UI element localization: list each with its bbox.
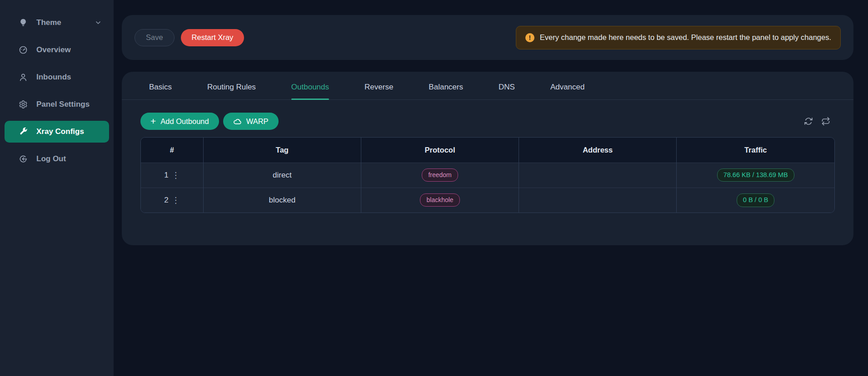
row-index: 1 — [164, 171, 168, 180]
chevron-down-icon — [95, 19, 102, 26]
col-header-protocol: Protocol — [361, 138, 519, 163]
sidebar-item-inbounds[interactable]: Inbounds — [5, 66, 109, 88]
sidebar-item-label: Overview — [36, 45, 71, 54]
refresh-icon[interactable] — [804, 117, 813, 126]
col-header-index: # — [141, 138, 203, 163]
sidebar-item-label: Inbounds — [36, 73, 71, 82]
save-button[interactable]: Save — [135, 29, 175, 46]
protocol-badge: blackhole — [420, 193, 459, 207]
user-icon — [18, 72, 28, 82]
col-header-address: Address — [519, 138, 677, 163]
protocol-badge: freedom — [422, 168, 458, 182]
row-menu-icon[interactable]: ⋮ — [172, 171, 180, 179]
tab-outbounds[interactable]: Outbounds — [291, 72, 329, 99]
sidebar-item-xray-configs[interactable]: Xray Configs — [5, 121, 109, 143]
logout-icon — [18, 154, 28, 164]
traffic-badge: 78.66 KB / 138.69 MB — [717, 168, 794, 182]
tab-routing-rules[interactable]: Routing Rules — [207, 72, 256, 99]
cloud-icon — [233, 117, 242, 126]
tab-dns[interactable]: DNS — [499, 72, 515, 99]
dashboard-icon — [18, 45, 28, 55]
sidebar-item-label: Theme — [36, 18, 61, 27]
row-tag: blocked — [203, 188, 361, 213]
gear-icon — [18, 99, 28, 109]
toolbar-card: Save Restart Xray ! Every change made he… — [122, 15, 853, 60]
xray-configs-card: Basics Routing Rules Outbounds Reverse B… — [122, 72, 853, 245]
repeat-icon[interactable] — [821, 117, 830, 126]
outbounds-actions-row: + Add Outbound WARP — [140, 113, 835, 130]
row-address — [519, 163, 677, 188]
add-outbound-label: Add Outbound — [160, 117, 209, 126]
col-header-traffic: Traffic — [677, 138, 834, 163]
restart-xray-button[interactable]: Restart Xray — [181, 29, 244, 46]
traffic-badge: 0 B / 0 B — [737, 193, 775, 207]
outbounds-table: # Tag Protocol Address Traffic 1 — [140, 137, 835, 213]
row-tag: direct — [203, 163, 361, 188]
unsaved-changes-alert: ! Every change made here needs to be sav… — [516, 26, 841, 49]
table-row: 2 ⋮ blocked blackhole 0 B / 0 B — [141, 188, 834, 213]
sidebar-item-log-out[interactable]: Log Out — [5, 148, 109, 170]
main-content: Save Restart Xray ! Every change made he… — [114, 0, 868, 376]
xray-panel-app: Theme Overview Inbounds Panel Settings — [0, 0, 868, 376]
table-row: 1 ⋮ direct freedom 78.66 KB / 138.69 MB — [141, 163, 834, 188]
wrench-icon — [18, 127, 28, 137]
row-index: 2 — [164, 196, 168, 205]
warp-button[interactable]: WARP — [223, 113, 279, 130]
sidebar-item-label: Log Out — [36, 154, 66, 163]
row-address — [519, 188, 677, 213]
bulb-icon — [18, 18, 28, 28]
tab-basics[interactable]: Basics — [149, 72, 172, 99]
row-menu-icon[interactable]: ⋮ — [172, 196, 180, 204]
sidebar-item-label: Panel Settings — [36, 100, 90, 109]
col-header-tag: Tag — [203, 138, 361, 163]
warp-label: WARP — [246, 117, 269, 126]
table-header-row: # Tag Protocol Address Traffic — [141, 138, 834, 163]
config-tabs: Basics Routing Rules Outbounds Reverse B… — [122, 72, 853, 100]
alert-message: Every change made here needs to be saved… — [540, 33, 831, 42]
sidebar-item-label: Xray Configs — [36, 127, 84, 136]
warning-icon: ! — [525, 33, 534, 42]
tab-balancers[interactable]: Balancers — [429, 72, 463, 99]
tab-advanced[interactable]: Advanced — [550, 72, 585, 99]
sidebar: Theme Overview Inbounds Panel Settings — [0, 0, 114, 376]
sidebar-item-panel-settings[interactable]: Panel Settings — [5, 94, 109, 115]
sidebar-item-overview[interactable]: Overview — [5, 39, 109, 61]
plus-icon: + — [150, 116, 156, 126]
add-outbound-button[interactable]: + Add Outbound — [140, 113, 219, 130]
sidebar-item-theme[interactable]: Theme — [5, 12, 109, 34]
tab-reverse[interactable]: Reverse — [364, 72, 393, 99]
